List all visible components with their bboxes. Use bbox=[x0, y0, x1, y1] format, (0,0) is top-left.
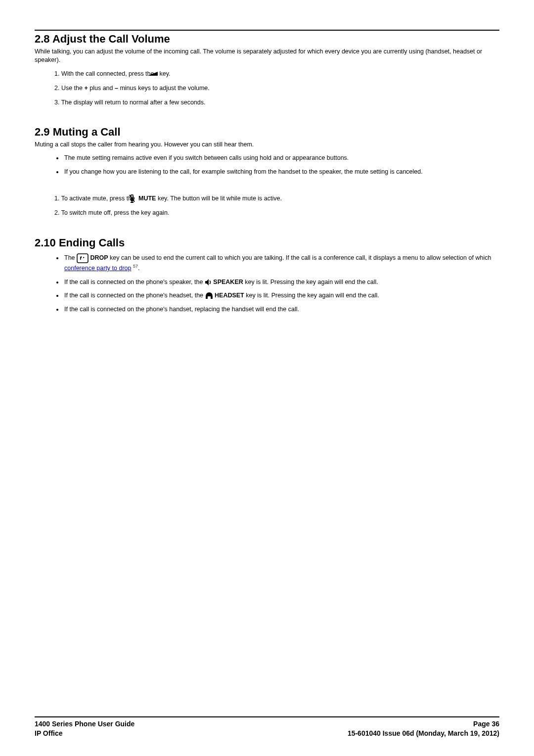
step-text: plus and bbox=[89, 85, 115, 92]
heading-2-9: 2.9 Muting a Call bbox=[35, 126, 499, 139]
bullet-2-10-3: If the call is connected on the phone's … bbox=[63, 291, 499, 300]
step-text: key. The button will be lit while mute i… bbox=[158, 195, 282, 202]
steps-2-9: 1. To activate mute, press the MUTE key.… bbox=[35, 194, 499, 218]
page-footer: 1400 Series Phone User Guide Page 36 IP … bbox=[35, 716, 499, 738]
page-content: 2.8 Adjust the Call Volume While talking… bbox=[0, 0, 534, 314]
steps-2-8: 1. With the call connected, press the ke… bbox=[35, 69, 499, 107]
speaker-icon bbox=[205, 278, 212, 287]
bullet-text: . bbox=[138, 265, 139, 272]
step-text: 1. With the call connected, press the bbox=[54, 70, 156, 77]
svg-rect-1 bbox=[77, 254, 88, 263]
step-text: 1. To activate mute, press the bbox=[54, 195, 137, 202]
bullets-2-9: The mute setting remains active even if … bbox=[35, 154, 499, 176]
top-rule bbox=[35, 30, 499, 31]
bullet-2-9-2: If you change how you are listening to t… bbox=[63, 168, 499, 177]
minus-key-label: – bbox=[115, 85, 118, 92]
bullet-2-10-2: If the call is connected on the phone's … bbox=[63, 278, 499, 287]
intro-2-9: Muting a call stops the caller from hear… bbox=[35, 141, 499, 149]
plus-key-label: + bbox=[84, 85, 88, 92]
step-text: key. bbox=[159, 70, 170, 77]
headset-icon bbox=[205, 291, 213, 300]
conference-drop-link[interactable]: conference party to drop bbox=[64, 265, 132, 272]
step-2-8-1: 1. With the call connected, press the ke… bbox=[54, 69, 499, 79]
step-2-9-2: 2. To switch mute off, press the key aga… bbox=[54, 208, 499, 218]
bullet-text: key can be used to end the current call … bbox=[110, 254, 491, 261]
footer-right-2: 15-601040 Issue 06d (Monday, March 19, 2… bbox=[348, 729, 499, 738]
intro-2-8: While talking, you can adjust the volume… bbox=[35, 47, 499, 64]
step-text: 2. Use the bbox=[54, 85, 84, 92]
heading-2-8: 2.8 Adjust the Call Volume bbox=[35, 33, 499, 46]
drop-icon bbox=[77, 253, 89, 263]
headset-key-label: HEADSET bbox=[215, 292, 244, 299]
footer-right-1: Page 36 bbox=[473, 719, 499, 729]
bullet-2-10-1: The DROP key can be used to end the curr… bbox=[63, 253, 499, 273]
footer-left-2: IP Office bbox=[35, 729, 63, 738]
heading-2-10: 2.10 Ending Calls bbox=[35, 236, 499, 249]
bullets-2-10: The DROP key can be used to end the curr… bbox=[35, 253, 499, 314]
mute-key-label: MUTE bbox=[138, 195, 156, 202]
bullet-2-10-4: If the call is connected on the phone's … bbox=[63, 305, 499, 314]
bullet-text: If the call is connected on the phone's … bbox=[64, 292, 205, 299]
footer-row-1: 1400 Series Phone User Guide Page 36 bbox=[35, 719, 499, 729]
svg-marker-0 bbox=[148, 72, 158, 76]
footer-rule bbox=[35, 716, 499, 717]
step-2-8-3: 3. The display will return to normal aft… bbox=[54, 98, 499, 107]
step-2-8-2: 2. Use the + plus and – minus keys to ad… bbox=[54, 84, 499, 93]
step-2-9-1: 1. To activate mute, press the MUTE key.… bbox=[54, 194, 499, 203]
bullet-2-9-1: The mute setting remains active even if … bbox=[63, 154, 499, 163]
bullet-text: key is lit. Pressing the key again will … bbox=[246, 292, 379, 299]
step-text: minus keys to adjust the volume. bbox=[120, 85, 209, 92]
page-ref: 57 bbox=[133, 264, 138, 269]
footer-row-2: IP Office 15-601040 Issue 06d (Monday, M… bbox=[35, 729, 499, 738]
drop-key-label: DROP bbox=[90, 254, 108, 261]
bullet-text: The bbox=[64, 254, 77, 261]
bullet-text: If the call is connected on the phone's … bbox=[64, 279, 205, 285]
bullet-text: key is lit. Pressing the key again will … bbox=[245, 279, 378, 285]
footer-left-1: 1400 Series Phone User Guide bbox=[35, 719, 134, 729]
volume-key-icon bbox=[156, 69, 158, 79]
speaker-key-label: SPEAKER bbox=[213, 279, 243, 285]
